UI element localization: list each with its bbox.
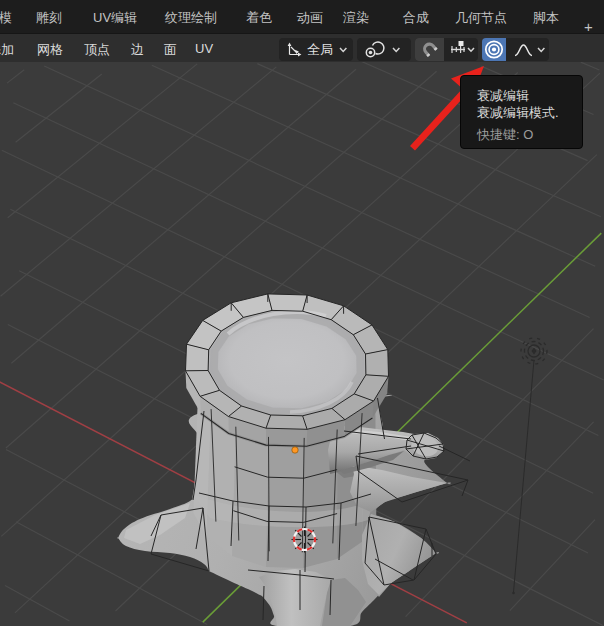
svg-text:全局: 全局 — [307, 42, 333, 57]
